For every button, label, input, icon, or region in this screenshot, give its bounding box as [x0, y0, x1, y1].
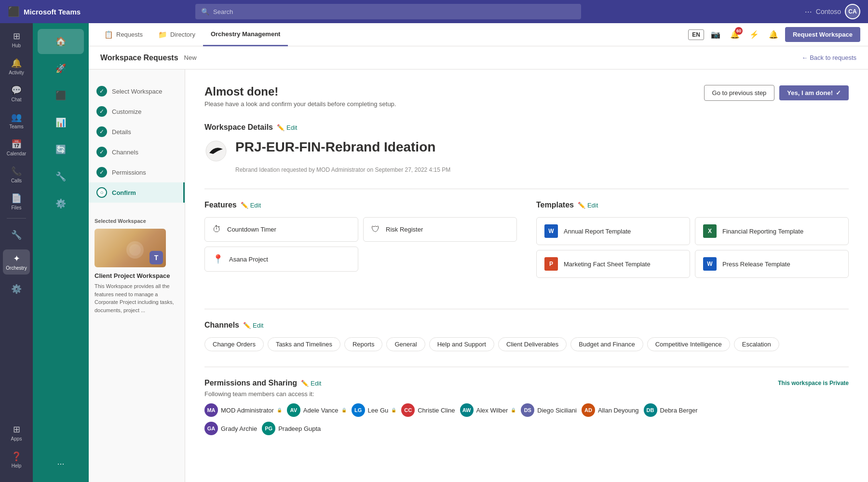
nav-item-apps[interactable]: ⊞ Apps [3, 420, 30, 445]
form-header: Almost done! Please have a look and conf… [204, 85, 849, 108]
requests-icon: 📋 [104, 30, 113, 39]
templates-edit-link[interactable]: ✏️ Edit [578, 202, 598, 209]
sidebar-item-blocks[interactable]: ⬛ [38, 83, 84, 108]
step-label-confirm: Confirm [112, 189, 136, 196]
template-marketing-fact-sheet: P Marketing Fact Sheet Template [536, 250, 690, 278]
nav-item-chat[interactable]: 💬 Chat [3, 81, 30, 106]
sidebar-item-rocket[interactable]: 🚀 [38, 56, 84, 81]
nav-item-tools[interactable]: 🔧 [3, 222, 30, 248]
nav-item-files[interactable]: 📄 Files [3, 189, 30, 214]
back-to-requests-link[interactable]: ← Back to requests [801, 54, 856, 61]
settings-icon: ⚙️ [11, 284, 22, 294]
features-section: Features ✏️ Edit ⏱ Countdown Timer [204, 201, 517, 278]
nav-label-teams: Teams [9, 124, 23, 129]
request-workspace-button[interactable]: Request Workspace [785, 27, 860, 42]
nav-item-teams[interactable]: 👥 Teams [3, 108, 30, 133]
templates-header: Templates ✏️ Edit [536, 201, 849, 209]
sidebar-item-gear[interactable]: ⚙️ [38, 191, 84, 216]
tab-actions: EN 📷 🔔 60 ⚡ 🔔 Request Workspace [688, 27, 860, 42]
step-icon-channels: ✓ [96, 147, 107, 157]
lock-icon-1: 🔒 [341, 408, 347, 413]
app-name: Microsoft Teams [24, 8, 81, 16]
nav-item-help[interactable]: ❓ Help [3, 447, 30, 472]
permissions-edit-link[interactable]: ✏️ Edit [301, 380, 321, 387]
member-allan-deyoung: AD Allan Deyoung [582, 403, 639, 417]
orchestry-icon: ✦ [13, 253, 20, 264]
lightning-btn[interactable]: ⚡ [746, 27, 762, 42]
sidebar-item-chart[interactable]: 📊 [38, 110, 84, 135]
feature-countdown-label: Countdown Timer [227, 226, 276, 233]
nav-item-settings[interactable]: ⚙️ [3, 276, 30, 302]
shield-icon: 🛡 [371, 224, 380, 234]
permissions-subtitle: Following team members can access it: [204, 390, 849, 398]
template-annual-report: W Annual Report Template [536, 217, 690, 245]
step-label-details: Details [112, 128, 131, 136]
channels-edit-link[interactable]: ✏️ Edit [243, 322, 263, 329]
user-avatar[interactable]: CA [845, 4, 860, 19]
privacy-value: Private [829, 380, 849, 386]
search-input[interactable] [213, 8, 575, 15]
step-icon-customize: ✓ [96, 106, 107, 117]
ellipsis-icon: ··· [57, 459, 64, 469]
member-pradeep-gupta: PG Pradeep Gupta [262, 422, 321, 435]
templates-section: Templates ✏️ Edit W Annual Report Templa… [536, 201, 849, 278]
step-label-customize: Customize [112, 108, 141, 115]
channel-tasks-timelines: Tasks and Timelines [268, 337, 340, 351]
tab-orchestry-management[interactable]: Orchestry Management [203, 23, 288, 46]
workspace-full-name: PRJ-EUR-FIN-Rebrand Ideation [235, 139, 435, 155]
workspace-details-section: Workspace Details ✏️ Edit [204, 123, 849, 173]
tab-requests[interactable]: 📋 Requests [96, 23, 150, 46]
sidebar-item-ellipsis[interactable]: ··· [38, 451, 84, 476]
camera-btn[interactable]: 📷 [708, 27, 723, 42]
notifications-btn[interactable]: 🔔 60 [727, 27, 743, 42]
template-press-release: W Press Release Template [695, 250, 849, 278]
refresh-icon: 🔄 [55, 144, 66, 155]
step-details[interactable]: ✓ Details [89, 122, 185, 142]
steps-sidebar: ✓ Select Workspace ✓ Customize ✓ Details… [89, 69, 185, 482]
sidebar-item-wrench[interactable]: 🔧 [38, 164, 84, 189]
step-customize[interactable]: ✓ Customize [89, 101, 185, 122]
alert-btn[interactable]: 🔔 [766, 27, 781, 42]
app-branding: ⬛ Microsoft Teams [8, 6, 81, 17]
feature-risk-label: Risk Register [386, 226, 423, 233]
name-alex-wilber: Alex Wilber [476, 407, 508, 414]
location-icon: 📍 [213, 254, 223, 264]
calendar-icon: 📅 [11, 139, 22, 150]
workspace-details-edit-link[interactable]: ✏️ Edit [277, 124, 297, 131]
search-bar[interactable]: 🔍 [195, 4, 581, 19]
permissions-section: Permissions and Sharing ✏️ Edit This wor… [204, 379, 849, 435]
form-header-actions: Go to previous step Yes, I am done! ✓ [704, 85, 849, 101]
name-lee-gu: Lee Gu [368, 407, 389, 414]
nav-item-activity[interactable]: 🔔 Activity [3, 54, 30, 79]
more-options-icon[interactable]: ··· [805, 7, 812, 17]
nav-item-calendar[interactable]: 📅 Calendar [3, 135, 30, 160]
go-to-previous-step-button[interactable]: Go to previous step [704, 85, 775, 101]
member-mod-administrator: MA MOD Administrator 🔒 [204, 403, 282, 417]
language-badge[interactable]: EN [688, 29, 704, 40]
feature-risk-register: 🛡 Risk Register [363, 217, 517, 242]
nav-item-hub[interactable]: ⊞ Hub [3, 27, 30, 52]
search-icon: 🔍 [201, 8, 209, 15]
nav-item-orchestry[interactable]: ✦ Orchestry [3, 249, 30, 275]
tab-directory[interactable]: 📁 Directory [150, 23, 203, 46]
nav-item-calls[interactable]: 📞 Calls [3, 162, 30, 187]
avatar-diego-siciliani: DS [521, 403, 534, 417]
name-diego-siciliani: Diego Siciliani [537, 407, 577, 414]
brand-logo-svg [205, 140, 227, 162]
features-edit-link[interactable]: ✏️ Edit [241, 202, 261, 209]
sidebar-item-home[interactable]: 🏠 [38, 29, 84, 54]
sidebar-item-refresh[interactable]: 🔄 [38, 137, 84, 162]
step-channels[interactable]: ✓ Channels [89, 142, 185, 162]
template-marketing-label: Marketing Fact Sheet Template [564, 261, 651, 268]
activity-icon: 🔔 [11, 58, 22, 69]
nav-label-calls: Calls [11, 178, 22, 183]
channel-client-deliverables: Client Deliverables [498, 337, 567, 351]
step-confirm[interactable]: ○ Confirm [89, 182, 185, 203]
step-permissions[interactable]: ✓ Permissions [89, 162, 185, 182]
pencil-icon-templates: ✏️ [578, 202, 585, 209]
step-select-workspace[interactable]: ✓ Select Workspace [89, 81, 185, 101]
content-area: ✓ Select Workspace ✓ Customize ✓ Details… [89, 69, 868, 482]
yes-i-am-done-button[interactable]: Yes, I am done! ✓ [779, 85, 849, 100]
avatar-adele-vance: AV [287, 403, 300, 417]
template-annual-label: Annual Report Template [564, 228, 631, 235]
